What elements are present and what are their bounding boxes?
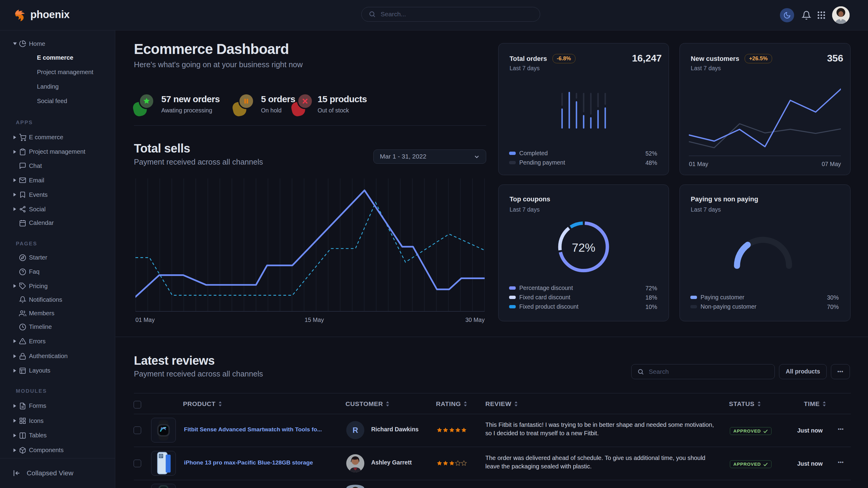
svg-text:7:29: 7:29 xyxy=(161,427,165,429)
